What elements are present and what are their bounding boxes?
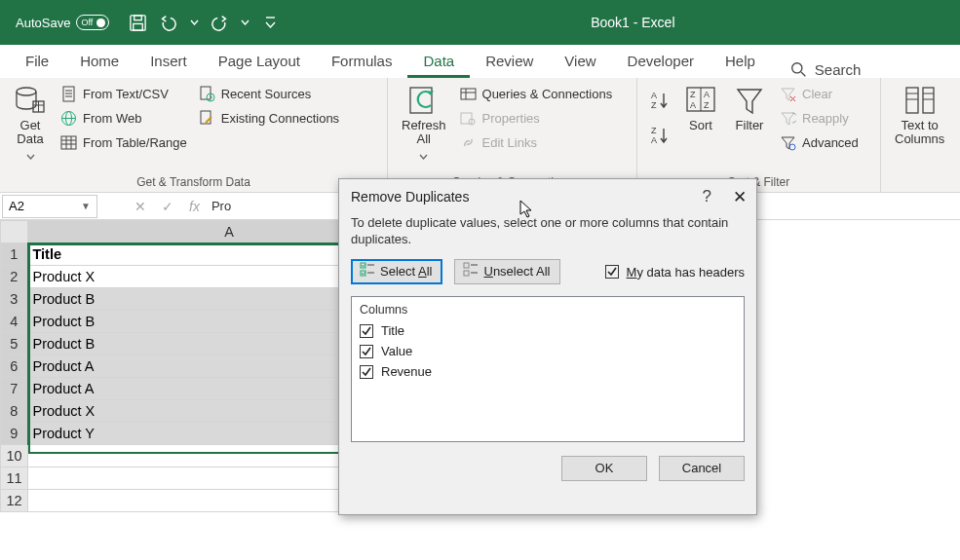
recent-sources-button[interactable]: Recent Sources <box>197 84 341 104</box>
filter-icon <box>733 84 766 117</box>
svg-point-43 <box>789 144 795 150</box>
filter-button[interactable]: Filter <box>729 82 770 153</box>
sort-za-button[interactable]: ZA <box>647 123 672 148</box>
qat-customize-icon[interactable] <box>259 12 281 33</box>
existing-connections-icon <box>199 110 215 127</box>
from-web-button[interactable]: From Web <box>58 108 189 129</box>
tab-home[interactable]: Home <box>64 45 134 78</box>
name-box[interactable]: A2 ▼ <box>2 195 97 218</box>
tab-help[interactable]: Help <box>710 45 771 78</box>
sort-button[interactable]: ZAAZ Sort <box>680 82 721 153</box>
unselect-all-button[interactable]: Unselect All <box>454 259 560 284</box>
text-to-columns-icon <box>903 84 937 117</box>
svg-rect-1 <box>134 15 142 19</box>
row-header[interactable]: 10 <box>1 445 28 467</box>
formula-input[interactable] <box>210 198 278 214</box>
text-to-columns-button[interactable]: Text toColumns <box>891 82 948 146</box>
redo-icon[interactable] <box>209 12 230 33</box>
sort-az-icon: AZ <box>649 90 671 111</box>
select-all-label: Select All <box>380 264 432 279</box>
name-box-value: A2 <box>9 199 24 213</box>
enter-formula-icon[interactable]: ✓ <box>156 199 179 214</box>
from-table-range-icon <box>60 134 77 151</box>
refresh-all-label: RefreshAll <box>402 119 446 146</box>
row-header[interactable]: 3 <box>1 288 28 311</box>
queries-connections-button[interactable]: Queries & Connections <box>458 84 615 104</box>
tab-file[interactable]: File <box>10 45 64 78</box>
group-label-get-transform: Get & Transform Data <box>10 173 377 192</box>
get-data-icon <box>14 84 47 117</box>
column-option-title[interactable]: Title <box>360 320 736 341</box>
tell-me-search[interactable]: Search <box>790 61 862 78</box>
row-header[interactable]: 5 <box>1 333 28 355</box>
tab-review[interactable]: Review <box>470 45 549 78</box>
edit-links-button: Edit Links <box>458 132 615 153</box>
group-data-tools: Text toColumns <box>881 78 958 192</box>
svg-rect-26 <box>461 89 476 99</box>
properties-button: Properties <box>458 108 615 129</box>
tab-page-layout[interactable]: Page Layout <box>203 45 316 78</box>
redo-dropdown-icon[interactable] <box>240 12 250 33</box>
from-table-range-label: From Table/Range <box>83 134 187 151</box>
row-header[interactable]: 7 <box>1 378 28 400</box>
ok-button[interactable]: OK <box>561 456 647 481</box>
get-data-button[interactable]: GetData <box>10 82 51 164</box>
row-header[interactable]: 1 <box>1 243 28 266</box>
cancel-button[interactable]: Cancel <box>659 456 745 481</box>
row-header[interactable]: 6 <box>1 355 28 378</box>
autosave-label: AutoSave <box>16 16 70 30</box>
undo-icon[interactable] <box>158 12 179 33</box>
headers-label: My data has headers <box>627 265 745 280</box>
svg-text:Z: Z <box>690 90 696 99</box>
select-all-corner[interactable] <box>1 221 28 243</box>
tab-insert[interactable]: Insert <box>134 45 203 78</box>
select-all-button[interactable]: Select All <box>351 259 442 284</box>
column-option-value[interactable]: Value <box>360 341 736 361</box>
column-option-revenue[interactable]: Revenue <box>360 361 736 382</box>
row-header[interactable]: 2 <box>1 266 28 288</box>
queries-connections-label: Queries & Connections <box>482 86 613 102</box>
row-header[interactable]: 4 <box>1 311 28 333</box>
autosave-switch[interactable]: Off <box>76 15 109 30</box>
recent-sources-label: Recent Sources <box>221 86 312 102</box>
checkbox-icon <box>360 345 373 358</box>
chevron-down-icon[interactable]: ▼ <box>81 201 91 211</box>
row-header[interactable]: 11 <box>1 467 28 490</box>
undo-dropdown-icon[interactable] <box>189 12 199 33</box>
svg-text:A: A <box>704 90 710 99</box>
advanced-filter-button[interactable]: Advanced <box>778 132 861 153</box>
from-table-range-button[interactable]: From Table/Range <box>58 132 189 153</box>
unselect-all-label: Unselect All <box>483 264 550 279</box>
tab-formulas[interactable]: Formulas <box>316 45 408 78</box>
autosave-knob <box>96 19 105 27</box>
remove-duplicates-dialog: Remove Duplicates ? ✕ To delete duplicat… <box>338 178 757 515</box>
help-icon[interactable]: ? <box>703 187 711 206</box>
row-header[interactable]: 9 <box>1 423 28 445</box>
autosave-toggle[interactable]: AutoSave Off <box>16 15 109 30</box>
sort-za-icon: ZA <box>649 125 671 146</box>
tab-view[interactable]: View <box>549 45 611 78</box>
option-label: Revenue <box>381 364 432 379</box>
svg-rect-45 <box>923 88 934 113</box>
my-data-has-headers-checkbox[interactable]: My data has headers <box>605 265 745 280</box>
properties-icon <box>460 110 477 127</box>
svg-text:A: A <box>651 91 657 100</box>
reapply-icon <box>780 110 796 127</box>
cancel-formula-icon[interactable]: ✕ <box>129 199 152 214</box>
fx-icon[interactable]: fx <box>183 199 206 214</box>
option-label: Value <box>381 344 412 358</box>
tab-developer[interactable]: Developer <box>612 45 710 78</box>
existing-connections-button[interactable]: Existing Connections <box>197 108 341 129</box>
save-icon[interactable] <box>127 12 148 33</box>
columns-listbox[interactable]: Columns Title Value Revenue <box>351 296 745 442</box>
sort-icon: ZAAZ <box>684 84 717 117</box>
close-icon[interactable]: ✕ <box>733 187 747 207</box>
checkbox-icon <box>360 324 373 338</box>
reapply-label: Reapply <box>802 110 849 127</box>
refresh-all-button[interactable]: RefreshAll <box>398 82 450 164</box>
row-header[interactable]: 8 <box>1 400 28 423</box>
sort-az-button[interactable]: AZ <box>647 88 672 113</box>
tab-data[interactable]: Data <box>407 45 470 78</box>
from-text-csv-button[interactable]: From Text/CSV <box>58 84 189 104</box>
row-header[interactable]: 12 <box>1 490 28 512</box>
